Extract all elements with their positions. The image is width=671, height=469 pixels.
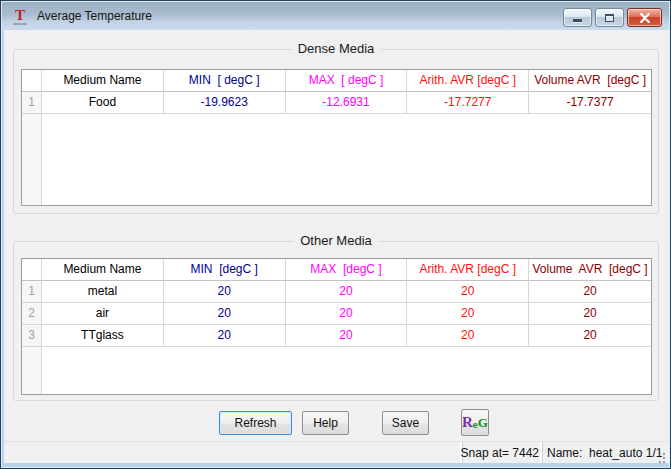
table-row[interactable]: 1 Food -19.9623 -12.6931 -17.7277 -17.73… bbox=[22, 92, 651, 114]
cell-min[interactable]: 20 bbox=[164, 281, 286, 303]
cell-volume-avr[interactable]: 20 bbox=[529, 281, 651, 303]
header-medium-name: Medium Name bbox=[42, 70, 164, 92]
reg-logo-button[interactable]: ReG bbox=[461, 409, 489, 436]
maximize-button[interactable] bbox=[595, 8, 624, 27]
status-bar: Snap at= 7442 Name: heat_auto 1/1 bbox=[4, 441, 669, 463]
cell-volume-avr[interactable]: -17.7377 bbox=[529, 92, 651, 114]
cell-medium-name[interactable]: air bbox=[42, 303, 164, 325]
logo-letter-e: e bbox=[473, 420, 478, 430]
row-number-cell[interactable]: 1 bbox=[22, 92, 42, 114]
header-medium-name: Medium Name bbox=[42, 259, 164, 281]
header-max: MAX [ degC ] bbox=[286, 70, 408, 92]
cell-arith-avr[interactable]: 20 bbox=[407, 303, 529, 325]
cell-volume-avr[interactable]: 20 bbox=[529, 303, 651, 325]
cell-volume-avr[interactable]: 20 bbox=[529, 325, 651, 347]
table-row[interactable]: 3 TTglass 20 20 20 20 bbox=[22, 325, 651, 347]
header-corner-cell bbox=[22, 70, 42, 92]
help-button[interactable]: Help bbox=[302, 411, 349, 435]
header-volume-avr: Volume AVR [degC ] bbox=[529, 70, 651, 92]
cell-medium-name[interactable]: TTglass bbox=[42, 325, 164, 347]
group-dense-media-title: Dense Media bbox=[292, 41, 381, 56]
maximize-icon bbox=[605, 14, 614, 22]
dense-table-header-row: Medium Name MIN [ degC ] MAX [ degC ] Ar… bbox=[22, 70, 651, 92]
status-snap-pane: Snap at= 7442 bbox=[462, 442, 542, 463]
header-min: MIN [degC ] bbox=[164, 259, 286, 281]
dialog-window: T Average Temperature Dense Media bbox=[0, 0, 671, 469]
cell-medium-name[interactable]: Food bbox=[42, 92, 164, 114]
close-icon bbox=[639, 13, 651, 23]
table-row[interactable]: 2 air 20 20 20 20 bbox=[22, 303, 651, 325]
cell-max[interactable]: -12.6931 bbox=[286, 92, 408, 114]
header-corner-cell bbox=[22, 259, 42, 281]
table-row[interactable]: 1 metal 20 20 20 20 bbox=[22, 281, 651, 303]
window-title: Average Temperature bbox=[37, 9, 152, 23]
minimize-icon bbox=[573, 19, 582, 22]
app-icon-letter: T bbox=[12, 8, 28, 23]
minimize-button[interactable] bbox=[563, 8, 592, 27]
row-number-cell[interactable]: 2 bbox=[22, 303, 42, 325]
cell-arith-avr[interactable]: 20 bbox=[407, 281, 529, 303]
cell-arith-avr[interactable]: -17.7277 bbox=[407, 92, 529, 114]
titlebar[interactable]: T Average Temperature bbox=[2, 2, 669, 30]
cell-min[interactable]: 20 bbox=[164, 303, 286, 325]
header-min: MIN [ degC ] bbox=[164, 70, 286, 92]
cell-medium-name[interactable]: metal bbox=[42, 281, 164, 303]
dense-media-table[interactable]: Medium Name MIN [ degC ] MAX [ degC ] Ar… bbox=[21, 69, 652, 206]
group-other-media: Other Media Medium Name MIN [degC ] MAX … bbox=[13, 241, 659, 401]
header-volume-avr: Volume AVR [degC ] bbox=[529, 259, 651, 281]
cell-min[interactable]: -19.9623 bbox=[164, 92, 286, 114]
status-empty-pane bbox=[4, 442, 462, 463]
logo-letter-g: G bbox=[478, 415, 488, 431]
header-arith-avr: Arith. AVR [degC ] bbox=[407, 70, 529, 92]
save-button[interactable]: Save bbox=[382, 411, 429, 435]
header-max: MAX [degC ] bbox=[286, 259, 408, 281]
cell-max[interactable]: 20 bbox=[286, 303, 408, 325]
other-media-table[interactable]: Medium Name MIN [degC ] MAX [degC ] Arit… bbox=[21, 258, 652, 395]
logo-letter-r: R bbox=[462, 414, 473, 431]
cell-min[interactable]: 20 bbox=[164, 325, 286, 347]
close-button[interactable] bbox=[627, 8, 662, 27]
cell-max[interactable]: 20 bbox=[286, 325, 408, 347]
snapshot-name: Name: heat_auto 1/1 bbox=[547, 446, 662, 460]
window-controls bbox=[563, 8, 662, 27]
group-dense-media: Dense Media Medium Name MIN [ degC ] MAX… bbox=[13, 49, 659, 214]
other-table-header-row: Medium Name MIN [degC ] MAX [degC ] Arit… bbox=[22, 259, 651, 281]
row-number-cell[interactable]: 3 bbox=[22, 325, 42, 347]
row-number-cell[interactable]: 1 bbox=[22, 281, 42, 303]
refresh-button[interactable]: Refresh bbox=[219, 411, 292, 435]
snap-value: Snap at= 7442 bbox=[461, 446, 539, 460]
cell-arith-avr[interactable]: 20 bbox=[407, 325, 529, 347]
status-name-pane: Name: heat_auto 1/1 bbox=[542, 442, 654, 463]
header-arith-avr: Arith. AVR [degC ] bbox=[407, 259, 529, 281]
resize-grip[interactable] bbox=[654, 442, 669, 463]
cell-max[interactable]: 20 bbox=[286, 281, 408, 303]
app-icon: T bbox=[12, 8, 28, 24]
client-area: Dense Media Medium Name MIN [ degC ] MAX… bbox=[4, 30, 669, 463]
group-other-media-title: Other Media bbox=[294, 233, 378, 248]
